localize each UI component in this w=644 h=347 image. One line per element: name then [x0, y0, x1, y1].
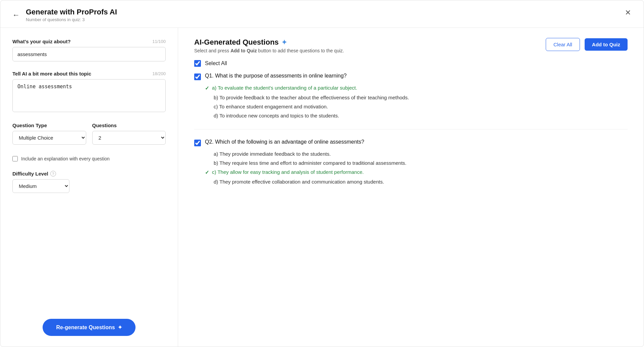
questions-count-label-row: Questions [92, 122, 166, 128]
header-left: ← Generate with ProProfs AI Number of qu… [11, 8, 117, 22]
type-questions-row: Question Type Multiple Choice True/False… [12, 122, 166, 145]
q2-option-b: b) They require less time and effort to … [205, 160, 628, 166]
q2-option-b-text: b) They require less time and effort to … [214, 160, 407, 166]
subtitle-bold: Add to Quiz [230, 48, 257, 53]
question-1-options: ✓ a) To evaluate the student's understan… [205, 85, 628, 118]
difficulty-label-row: Difficulty Level ? [12, 171, 166, 177]
checkmark-icon: ✓ [205, 85, 209, 91]
question-block-2: Q2. Which of the following is an advanta… [194, 139, 628, 185]
modal-body: What's your quiz about? 11/100 Tell AI a… [0, 28, 644, 347]
question-type-field: Question Type Multiple Choice True/False… [12, 122, 86, 145]
select-all-row: Select All [194, 60, 628, 67]
q2-option-d-text: d) They promote effective collaboration … [214, 179, 384, 185]
q1-option-d-text: d) To introduce new concepts and topics … [214, 113, 339, 118]
quiz-about-label: What's your quiz about? [12, 39, 71, 44]
subtitle-before: Select and press [194, 48, 230, 53]
questions-count-select[interactable]: 1 2 3 4 5 [92, 131, 166, 145]
modal-title: Generate with ProProfs AI [26, 8, 117, 16]
question-type-select[interactable]: Multiple Choice True/False Fill in the B… [12, 131, 86, 145]
question-2-checkbox[interactable] [194, 140, 201, 146]
q2-option-a-text: a) They provide immediate feedback to th… [214, 151, 331, 157]
q1-option-c-text: c) To enhance student engagement and mot… [214, 104, 328, 109]
rp-subtitle: Select and press Add to Quiz button to a… [194, 48, 344, 53]
modal-subtitle: Number of questions in quiz: 3 [26, 17, 117, 22]
difficulty-select[interactable]: Easy Medium Hard [12, 179, 69, 193]
close-button[interactable]: ✕ [623, 8, 633, 18]
q1-option-c: c) To enhance student engagement and mot… [205, 104, 628, 109]
question-1-text: Q1. What is the purpose of assessments i… [205, 73, 346, 79]
topic-textarea[interactable]: Online assessments [12, 79, 166, 112]
back-button[interactable]: ← [11, 11, 21, 19]
explanation-label: Include an explanation with every questi… [21, 156, 110, 161]
ai-star-icon: ✦ [281, 38, 287, 46]
q2-option-a: a) They provide immediate feedback to th… [205, 151, 628, 157]
regenerate-button[interactable]: Re-generate Questions ✦ [43, 319, 135, 336]
q1-option-b-text: b) To provide feedback to the teacher ab… [214, 95, 409, 100]
quiz-about-field: What's your quiz about? 11/100 [12, 39, 166, 61]
q2-option-c: ✓ c) They allow for easy tracking and an… [205, 169, 628, 176]
difficulty-label: Difficulty Level [12, 171, 48, 177]
question-2-row: Q2. Which of the following is an advanta… [194, 139, 628, 146]
clear-all-button[interactable]: Clear All [546, 38, 580, 51]
regen-btn-area: Re-generate Questions ✦ [0, 319, 178, 336]
question-block-1: Q1. What is the purpose of assessments i… [194, 73, 628, 118]
quiz-about-input[interactable] [12, 47, 166, 61]
rp-title-block: AI-Generated Questions ✦ Select and pres… [194, 38, 344, 53]
regen-sparkle-icon: ✦ [118, 324, 122, 331]
title-block: Generate with ProProfs AI Number of ques… [26, 8, 117, 22]
rp-header: AI-Generated Questions ✦ Select and pres… [194, 38, 628, 53]
q1-option-a: ✓ a) To evaluate the student's understan… [205, 85, 628, 91]
quiz-about-label-row: What's your quiz about? 11/100 [12, 39, 166, 44]
question-1-checkbox[interactable] [194, 73, 201, 80]
select-all-checkbox[interactable] [194, 60, 201, 67]
quiz-about-char-count: 11/100 [152, 39, 166, 44]
difficulty-field: Difficulty Level ? Easy Medium Hard [12, 171, 166, 193]
right-panel: AI-Generated Questions ✦ Select and pres… [178, 28, 644, 347]
rp-title-text: AI-Generated Questions [194, 38, 279, 47]
q2-option-d: d) They promote effective collaboration … [205, 179, 628, 185]
topic-label-row: Tell AI a bit more about this topic 18/2… [12, 71, 166, 77]
rp-title: AI-Generated Questions ✦ [194, 38, 344, 47]
modal-container: ← Generate with ProProfs AI Number of qu… [0, 0, 644, 347]
questions-count-label: Questions [92, 122, 117, 128]
difficulty-help-icon[interactable]: ? [50, 171, 56, 177]
q1-option-b: b) To provide feedback to the teacher ab… [205, 95, 628, 100]
topic-label: Tell AI a bit more about this topic [12, 71, 91, 77]
q2-option-c-text: c) They allow for easy tracking and anal… [212, 169, 364, 175]
checkmark-icon: ✓ [205, 169, 209, 176]
regen-label: Re-generate Questions [56, 325, 115, 331]
subtitle-after: button to add these questions to the qui… [257, 48, 344, 53]
explanation-checkbox[interactable] [12, 156, 18, 161]
left-panel: What's your quiz about? 11/100 Tell AI a… [0, 28, 178, 347]
explanation-row: Include an explanation with every questi… [12, 156, 166, 161]
question-2-options: a) They provide immediate feedback to th… [205, 151, 628, 185]
topic-char-count: 18/200 [152, 71, 166, 76]
question-divider [194, 129, 628, 130]
q1-option-a-text: a) To evaluate the student's understandi… [212, 85, 357, 91]
select-all-label: Select All [205, 60, 227, 66]
rp-actions: Clear All Add to Quiz [546, 38, 628, 51]
add-to-quiz-button[interactable]: Add to Quiz [585, 38, 628, 51]
question-1-row: Q1. What is the purpose of assessments i… [194, 73, 628, 80]
topic-field: Tell AI a bit more about this topic 18/2… [12, 71, 166, 113]
question-type-label: Question Type [12, 122, 47, 128]
questions-count-field: Questions 1 2 3 4 5 [92, 122, 166, 145]
q1-option-d: d) To introduce new concepts and topics … [205, 113, 628, 118]
question-2-text: Q2. Which of the following is an advanta… [205, 139, 364, 145]
question-type-label-row: Question Type [12, 122, 86, 128]
modal-header: ← Generate with ProProfs AI Number of qu… [0, 0, 644, 28]
